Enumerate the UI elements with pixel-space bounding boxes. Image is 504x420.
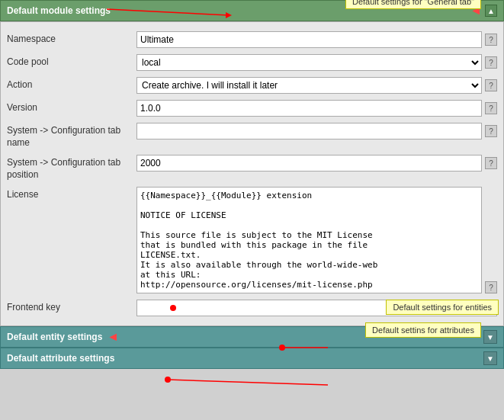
module-settings-title: Default module settings	[7, 5, 111, 16]
attribute-section-wrapper: Default attribute settings ▼	[0, 348, 504, 369]
namespace-help-btn[interactable]: ?	[485, 34, 497, 46]
module-settings-header-row: Default module settings ◄ ▲ Default sett…	[0, 0, 504, 21]
namespace-row: Namespace ?	[1, 28, 503, 51]
version-row: Version ?	[1, 97, 503, 120]
collapse-entity-btn[interactable]: ▼	[483, 330, 497, 344]
codepool-select[interactable]: local community core	[136, 54, 482, 71]
config-tab-name-input-area: ?	[136, 123, 497, 139]
config-tab-name-label: System -> Configuration tab name	[7, 123, 136, 149]
namespace-input-area: ?	[136, 31, 497, 48]
svg-point-5	[165, 377, 171, 383]
action-select[interactable]: Create archive. I will install it later …	[136, 77, 482, 94]
codepool-row: Code pool local community core ?	[1, 51, 503, 74]
license-row: License {{Namespace}}_{{Module}} extensi…	[1, 184, 503, 297]
version-input[interactable]	[136, 100, 482, 117]
version-label: Version	[7, 100, 136, 114]
config-tab-pos-input[interactable]	[136, 155, 482, 172]
entity-section-wrapper: Default entity settings ◄ ▼ Default sett…	[0, 326, 504, 348]
config-tab-name-input[interactable]	[136, 123, 482, 139]
config-tab-name-row: System -> Configuration tab name ?	[1, 120, 503, 152]
codepool-input-area: local community core ?	[136, 54, 497, 71]
license-input-area: {{Namespace}}_{{Module}} extension NOTIC…	[136, 187, 497, 293]
action-help-btn[interactable]: ?	[485, 79, 497, 91]
license-textarea[interactable]: {{Namespace}}_{{Module}} extension NOTIC…	[136, 187, 482, 293]
config-tab-pos-help-btn[interactable]: ?	[485, 157, 497, 169]
module-settings-form: Namespace ? Code pool local community co…	[0, 21, 504, 326]
config-tab-name-help-btn[interactable]: ?	[485, 125, 497, 137]
config-tab-pos-input-area: ?	[136, 155, 497, 172]
callout-general-tab: Default settings for "General tab"	[345, 0, 481, 9]
action-label: Action	[7, 77, 136, 91]
config-tab-pos-row: System -> Configuration tab position ?	[1, 152, 503, 184]
frontend-key-label: Frontend key	[7, 300, 136, 314]
action-row: Action Create archive. I will install it…	[1, 74, 503, 97]
main-container: Default module settings ◄ ▲ Default sett…	[0, 0, 504, 369]
callout-attributes: Default settins for attributes	[365, 322, 481, 338]
svg-line-4	[168, 380, 328, 385]
entity-red-arrow-icon: ◄	[107, 330, 119, 344]
entity-settings-title: Default entity settings	[7, 332, 102, 342]
namespace-label: Namespace	[7, 31, 136, 46]
license-help-btn[interactable]: ?	[485, 281, 497, 293]
version-help-btn[interactable]: ?	[485, 102, 497, 114]
default-attribute-settings-header[interactable]: Default attribute settings ▼	[0, 348, 504, 369]
callout-entities: Default settings for entities	[386, 300, 499, 315]
namespace-input[interactable]	[136, 31, 482, 48]
collapse-module-icon[interactable]: ▲	[485, 5, 497, 17]
frontend-key-row: Frontend key Default settings for entiti…	[1, 297, 503, 319]
license-label: License	[7, 187, 136, 201]
attribute-settings-title: Default attribute settings	[7, 353, 114, 364]
version-input-area: ?	[136, 100, 497, 117]
codepool-help-btn[interactable]: ?	[485, 56, 497, 69]
collapse-attribute-btn[interactable]: ▼	[483, 351, 497, 365]
entities-dot	[170, 305, 176, 311]
codepool-label: Code pool	[7, 54, 136, 69]
config-tab-pos-label: System -> Configuration tab position	[7, 155, 136, 181]
action-input-area: Create archive. I will install it later …	[136, 77, 497, 94]
